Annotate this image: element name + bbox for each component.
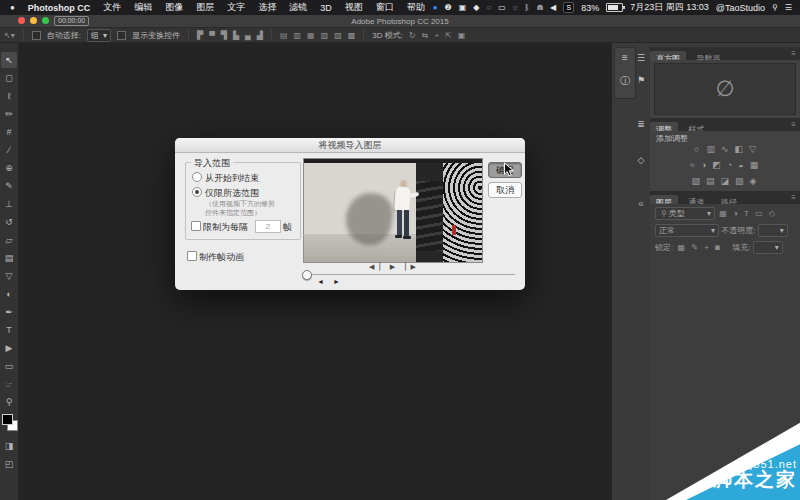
- 3d-slide-icon[interactable]: ⇱: [445, 31, 452, 40]
- dimmed-status-icon[interactable]: ○: [486, 3, 491, 12]
- hand-tool[interactable]: ☞: [1, 376, 17, 392]
- adjustment-photo-filter-icon[interactable]: ◔: [727, 160, 738, 170]
- cloud-app-icon[interactable]: ◆: [473, 3, 479, 12]
- align-left-icon[interactable]: ▛: [197, 31, 203, 40]
- range-selected-radio[interactable]: [192, 187, 202, 197]
- lock-all-icon[interactable]: ◙: [715, 243, 720, 252]
- sync-count-icon[interactable]: ❷: [445, 3, 452, 12]
- character-panel-icon[interactable]: ☰: [634, 53, 648, 63]
- marquee-tool[interactable]: ◻: [1, 70, 17, 86]
- adjustment-threshold-icon[interactable]: ◪: [721, 176, 736, 186]
- step-back-button[interactable]: ◀▏: [369, 263, 390, 270]
- zoom-tool[interactable]: ⚲: [1, 394, 17, 410]
- lock-position-icon[interactable]: +: [704, 243, 709, 252]
- fill-dropdown[interactable]: ▾: [753, 241, 783, 254]
- wifi-icon[interactable]: ⋒: [536, 3, 543, 12]
- dodge-tool[interactable]: ◐: [1, 286, 17, 302]
- adjustment-exposure-icon[interactable]: ◧: [734, 144, 749, 154]
- menu-view[interactable]: 视图: [345, 1, 363, 14]
- colors-panel-icon[interactable]: ≡: [615, 52, 635, 63]
- distribute-icon[interactable]: ▩: [348, 31, 356, 40]
- range-full-radio[interactable]: [192, 172, 202, 182]
- blur-tool[interactable]: ▽: [1, 268, 17, 284]
- clone-stamp-tool[interactable]: ⊥: [1, 196, 17, 212]
- distribute-icon[interactable]: ▨: [334, 31, 342, 40]
- distribute-icon[interactable]: ▤: [280, 31, 288, 40]
- bluetooth-icon[interactable]: ᛒ: [525, 3, 530, 12]
- move-tool[interactable]: ↖: [1, 52, 17, 68]
- cancel-button[interactable]: 取消: [488, 182, 522, 198]
- auto-select-checkbox[interactable]: [32, 31, 41, 40]
- make-frame-animation-checkbox[interactable]: [187, 251, 197, 261]
- align-right-icon[interactable]: ▜: [221, 31, 227, 40]
- 3d-roll-icon[interactable]: ⇆: [422, 31, 429, 40]
- filter-pixel-icon[interactable]: ▦: [719, 209, 727, 218]
- adjustment-black-white-icon[interactable]: ◩: [712, 160, 727, 170]
- notification-badge-icon[interactable]: ●: [433, 3, 438, 12]
- battery-icon[interactable]: [606, 3, 623, 12]
- adjustment-color-balance-icon[interactable]: ◑: [701, 160, 712, 170]
- trim-in-marker[interactable]: ◄: [317, 278, 324, 285]
- adjustment-invert-icon[interactable]: ▧: [692, 176, 707, 186]
- align-center-v-icon[interactable]: ▄: [245, 31, 251, 40]
- shape-tool[interactable]: ▭: [1, 358, 17, 374]
- healing-brush-tool[interactable]: ⊕: [1, 160, 17, 176]
- time-machine-icon[interactable]: ◌: [513, 3, 518, 12]
- menu-layer[interactable]: 图层: [196, 1, 214, 14]
- distribute-icon[interactable]: ▦: [307, 31, 315, 40]
- adjustment-color-lookup-icon[interactable]: ▦: [750, 160, 765, 170]
- blend-mode-dropdown[interactable]: 正常▾: [655, 224, 719, 237]
- filter-adjustment-icon[interactable]: ◑: [733, 209, 738, 218]
- panel-menu-icon[interactable]: ≡: [791, 191, 800, 202]
- scrubber-handle[interactable]: [302, 270, 312, 280]
- adjustment-posterize-icon[interactable]: ▤: [706, 176, 721, 186]
- auto-select-dropdown[interactable]: 组▾: [87, 29, 111, 42]
- eraser-tool[interactable]: ▱: [1, 232, 17, 248]
- lock-transparency-icon[interactable]: ▦: [677, 243, 685, 252]
- limit-frames-input[interactable]: 2: [255, 220, 281, 233]
- distribute-icon[interactable]: ▥: [294, 31, 302, 40]
- path-selection-tool[interactable]: ▶: [1, 340, 17, 356]
- quick-mask-button[interactable]: ◨: [1, 438, 17, 454]
- menu-image[interactable]: 图像: [165, 1, 183, 14]
- range-full-label[interactable]: 从开始到结束: [205, 172, 259, 185]
- adjustment-curves-icon[interactable]: ∿: [721, 144, 735, 154]
- adjustment-vibrance-icon[interactable]: ▽: [749, 144, 762, 154]
- panel-menu-icon[interactable]: ≡: [791, 118, 800, 129]
- history-panel-icon[interactable]: ≣: [634, 119, 648, 129]
- lasso-tool[interactable]: ℓ: [1, 88, 17, 104]
- menu-select[interactable]: 选择: [258, 1, 276, 14]
- step-forward-button[interactable]: ▕▶: [400, 263, 421, 270]
- crop-tool[interactable]: #: [1, 124, 17, 140]
- align-top-icon[interactable]: ▙: [233, 31, 239, 40]
- opacity-dropdown[interactable]: ▾: [758, 224, 788, 237]
- show-transform-checkbox[interactable]: [117, 31, 126, 40]
- menubar-account[interactable]: @TaoStudio: [716, 3, 765, 13]
- volume-icon[interactable]: ◀: [550, 3, 556, 12]
- display-icon[interactable]: ▭: [498, 3, 506, 12]
- spotlight-icon[interactable]: ⚲: [772, 3, 778, 12]
- menu-filter[interactable]: 滤镜: [289, 1, 307, 14]
- adjustment-channel-mixer-icon[interactable]: ◒: [738, 160, 749, 170]
- input-method-icon[interactable]: S: [563, 2, 574, 13]
- move-tool-preset-icon[interactable]: ↖▾: [4, 31, 15, 40]
- lock-image-icon[interactable]: ✎: [691, 243, 698, 252]
- menu-help[interactable]: 帮助: [407, 1, 425, 14]
- distribute-icon[interactable]: ▧: [321, 31, 329, 40]
- gradient-tool[interactable]: ▤: [1, 250, 17, 266]
- history-brush-tool[interactable]: ↺: [1, 214, 17, 230]
- adjustment-selective-color-icon[interactable]: ◈: [750, 176, 763, 186]
- menu-type[interactable]: 文字: [227, 1, 245, 14]
- align-center-h-icon[interactable]: ▀: [209, 31, 215, 40]
- notes-panel-icon[interactable]: ⚑: [634, 75, 648, 85]
- align-bottom-icon[interactable]: ▟: [257, 31, 263, 40]
- play-button[interactable]: ▶: [390, 263, 400, 270]
- adjustment-levels-icon[interactable]: ▥: [706, 144, 721, 154]
- filter-smart-object-icon[interactable]: ◇: [769, 209, 775, 218]
- foreground-color-swatch[interactable]: [2, 414, 13, 425]
- collapse-dock-icon[interactable]: «: [634, 198, 648, 209]
- menu-edit[interactable]: 编辑: [134, 1, 152, 14]
- menubar-clock[interactable]: 7月23日 周四 13:03: [630, 1, 709, 14]
- eyedropper-tool[interactable]: ∕: [1, 142, 17, 158]
- panel-menu-icon[interactable]: ≡: [791, 47, 800, 58]
